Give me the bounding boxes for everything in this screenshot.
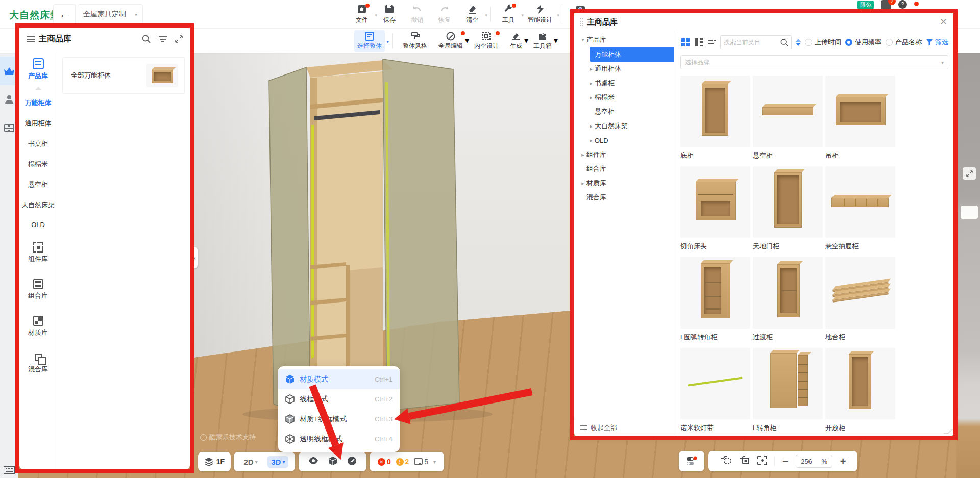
grid-view-icon[interactable] bbox=[680, 37, 690, 47]
clear-button[interactable]: 清空 ▾ bbox=[460, 3, 484, 26]
list-view-icon[interactable] bbox=[694, 37, 703, 47]
product-card[interactable]: 开放柜 bbox=[825, 348, 895, 436]
error-count[interactable]: ✕ 0 bbox=[378, 458, 391, 466]
product-card[interactable]: 吊柜 bbox=[825, 76, 895, 166]
sort-by-upload-time-radio[interactable]: 上传时间 bbox=[805, 38, 841, 47]
sort-by-use-frequency-radio[interactable]: 使用频率 bbox=[845, 38, 881, 47]
rail-drawer-button[interactable] bbox=[0, 114, 18, 142]
search-input[interactable] bbox=[724, 39, 778, 46]
tree-item-desk-cabinet[interactable]: ▶书桌柜 bbox=[574, 76, 674, 90]
visibility-eye-icon[interactable] bbox=[308, 457, 318, 467]
tree-item-combo-library[interactable]: 组合库 bbox=[574, 162, 674, 176]
material-library-tab[interactable]: 材质库 bbox=[28, 316, 48, 337]
filter-button[interactable]: 筛选 bbox=[926, 38, 948, 47]
expand-panel-icon[interactable] bbox=[175, 35, 183, 43]
panel-count[interactable]: 5 bbox=[414, 458, 428, 466]
product-card[interactable]: 底柜 bbox=[680, 76, 750, 166]
category-search-box[interactable] bbox=[720, 35, 792, 49]
tree-item-tatami[interactable]: ▶榻榻米 bbox=[574, 90, 674, 105]
category-tatami[interactable]: 榻榻米 bbox=[28, 160, 48, 169]
right-panel-header[interactable]: 主商品库 ✕ bbox=[574, 13, 953, 31]
camera-select-icon[interactable] bbox=[720, 456, 731, 467]
zoom-out-button[interactable]: − bbox=[782, 456, 789, 466]
list-item-all-universal-cabinets[interactable]: 全部万能柜体 bbox=[62, 57, 185, 94]
product-card[interactable]: 切角床头 bbox=[680, 166, 750, 257]
notification-icon[interactable]: 2 bbox=[881, 0, 891, 9]
camera-settings-icon[interactable] bbox=[739, 456, 750, 467]
product-card[interactable]: 悬空柜 bbox=[753, 76, 823, 166]
3d-mode-button[interactable]: 3D ▾ bbox=[267, 456, 288, 468]
category-bed-frame[interactable]: 大自然床架 bbox=[21, 200, 55, 210]
select-whole-button[interactable]: 选择整体 ▾ bbox=[354, 30, 385, 52]
tree-item-material-library[interactable]: ▶材质库 bbox=[574, 176, 674, 190]
focus-target-icon[interactable] bbox=[757, 456, 767, 467]
drag-handle-icon[interactable] bbox=[580, 18, 583, 26]
close-icon[interactable]: ✕ bbox=[940, 17, 947, 27]
warning-count[interactable]: ! 2 bbox=[396, 458, 409, 466]
rail-vip-button[interactable] bbox=[0, 57, 18, 85]
tree-item-old[interactable]: ▶OLD bbox=[574, 133, 674, 147]
project-mode-select[interactable]: 全屋家具定制 ▾ bbox=[78, 4, 143, 24]
rail-shortcut-button[interactable] bbox=[0, 466, 18, 474]
sort-direction-toggle[interactable] bbox=[796, 39, 801, 46]
toolbox-button[interactable]: 工具箱 ▾ bbox=[530, 30, 555, 52]
tools-button[interactable]: 工具 ▾ bbox=[497, 3, 520, 26]
undo-button[interactable]: 撤销 bbox=[405, 3, 429, 26]
collapse-left-panel-tab[interactable]: ◂ bbox=[191, 247, 198, 268]
product-card[interactable]: 悬空抽屉柜 bbox=[825, 166, 895, 257]
overall-style-button[interactable]: 整体风格 bbox=[400, 30, 430, 52]
redo-button[interactable]: 恢复 bbox=[433, 3, 456, 26]
sort-by-product-name-radio[interactable]: 产品名称 bbox=[886, 38, 922, 47]
performance-gauge-icon[interactable] bbox=[347, 456, 357, 468]
tree-item-product-library[interactable]: ▼产品库 bbox=[574, 33, 674, 47]
zoom-in-button[interactable]: + bbox=[840, 456, 846, 466]
tree-item-floating-cabinet[interactable]: 悬空柜 bbox=[574, 105, 674, 119]
menu-item-material-mode[interactable]: 材质模式 Ctrl+1 bbox=[278, 369, 400, 389]
zoom-value-input[interactable] bbox=[801, 458, 818, 465]
2d-mode-button[interactable]: 2D ▾ bbox=[240, 456, 261, 468]
solid-cube-icon[interactable] bbox=[328, 456, 337, 468]
tree-item-component-library[interactable]: ▶组件库 bbox=[574, 147, 674, 162]
combo-library-tab[interactable]: 组合库 bbox=[28, 279, 48, 300]
brand-select[interactable]: 选择品牌 ▾ bbox=[680, 55, 948, 69]
product-card[interactable]: L圆弧转角柜 bbox=[680, 257, 750, 348]
file-button[interactable]: 文件 ▾ bbox=[350, 3, 374, 26]
product-card[interactable]: 过渡柜 bbox=[753, 257, 823, 348]
menu-item-transparent-wireframe-mode[interactable]: 透明线框模式 Ctrl+4 bbox=[278, 429, 400, 449]
category-old[interactable]: OLD bbox=[31, 221, 45, 229]
compact-view-icon[interactable] bbox=[707, 37, 716, 47]
generate-button[interactable]: 生成 ▾ bbox=[507, 30, 525, 52]
search-icon[interactable] bbox=[142, 35, 151, 43]
tree-item-mixed-library[interactable]: 混合库 bbox=[574, 190, 674, 205]
product-card[interactable]: 地台柜 bbox=[825, 257, 895, 348]
tree-item-bed-frame[interactable]: ▶大自然床架 bbox=[574, 119, 674, 133]
category-desk-cabinet[interactable]: 书桌柜 bbox=[28, 139, 48, 148]
category-floating-cabinet[interactable]: 悬空柜 bbox=[28, 180, 48, 189]
product-card[interactable]: L转角柜 bbox=[753, 348, 823, 436]
inner-design-button[interactable]: 内空设计 bbox=[471, 30, 502, 52]
rail-user-button[interactable] bbox=[0, 85, 18, 114]
mixed-library-tab[interactable]: 混合库 bbox=[28, 353, 48, 374]
global-edit-button[interactable]: 全局编辑 ▾ bbox=[435, 30, 466, 52]
collapse-all-button[interactable]: 收起全部 bbox=[574, 419, 674, 436]
product-card[interactable]: 诺米软灯带 bbox=[680, 348, 750, 436]
category-universal-cabinet[interactable]: 万能柜体 bbox=[25, 98, 52, 108]
issues-bar[interactable]: ✕ 0 ! 2 5 ▾ bbox=[370, 452, 444, 471]
menu-item-material-wireframe-mode[interactable]: 材质+线框模式 Ctrl+3 bbox=[278, 409, 400, 429]
back-button[interactable]: ← bbox=[53, 4, 76, 24]
floor-selector[interactable]: 1F bbox=[198, 452, 231, 471]
filter-sort-icon[interactable] bbox=[159, 36, 167, 43]
product-card[interactable]: 天地门柜 bbox=[753, 166, 823, 257]
menu-item-wireframe-mode[interactable]: 线框模式 Ctrl+2 bbox=[278, 389, 400, 409]
product-library-tab[interactable]: 产品库 bbox=[28, 58, 48, 81]
category-general-cabinet[interactable]: 通用柜体 bbox=[25, 119, 52, 128]
render-toggles-button[interactable] bbox=[679, 451, 704, 471]
expand-sidebar-button[interactable] bbox=[963, 167, 976, 180]
save-button[interactable]: 保存 bbox=[378, 3, 401, 26]
tree-item-universal-cabinet[interactable]: 万能柜体 bbox=[590, 47, 674, 62]
zoom-level-field[interactable]: % bbox=[796, 455, 832, 468]
component-library-tab[interactable]: 组件库 bbox=[28, 242, 48, 264]
help-icon[interactable]: ? bbox=[898, 0, 907, 9]
tree-item-general-cabinet[interactable]: ▶通用柜体 bbox=[574, 62, 674, 76]
smart-design-button[interactable]: 智能设计 ▾ bbox=[524, 3, 556, 26]
